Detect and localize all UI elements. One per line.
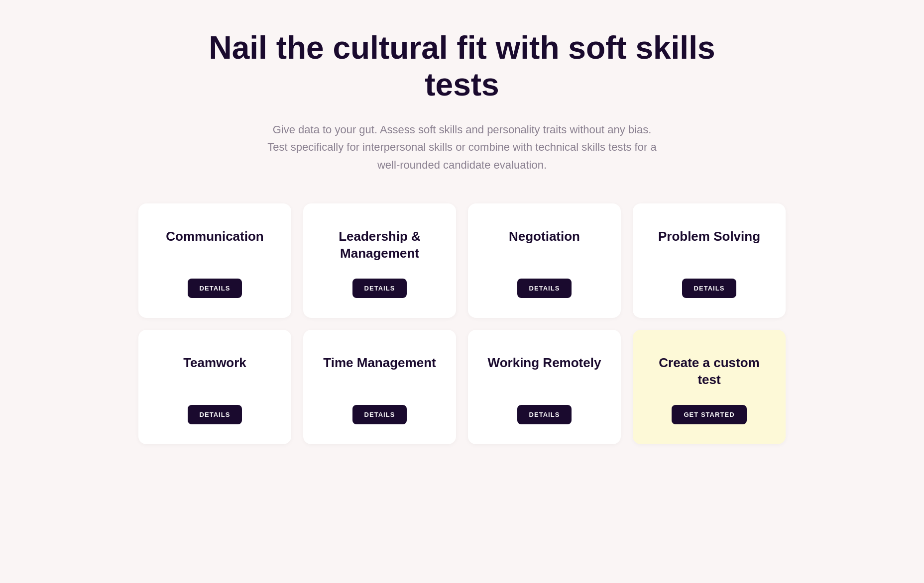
card-button-create-custom-test[interactable]: GET STARTED <box>672 405 746 424</box>
card-title-negotiation: Negotiation <box>509 228 580 245</box>
page-subtitle: Give data to your gut. Assess soft skill… <box>263 121 661 174</box>
card-problem-solving: Problem SolvingDETAILS <box>633 203 786 318</box>
card-button-teamwork[interactable]: DETAILS <box>188 405 242 424</box>
skills-grid: CommunicationDETAILSLeadership & Managem… <box>138 203 786 444</box>
card-button-working-remotely[interactable]: DETAILS <box>517 405 572 424</box>
card-title-problem-solving: Problem Solving <box>658 228 760 245</box>
card-title-time-management: Time Management <box>323 355 436 372</box>
card-title-create-custom-test: Create a custom test <box>648 355 771 389</box>
card-title-communication: Communication <box>166 228 263 245</box>
card-time-management: Time ManagementDETAILS <box>303 330 456 444</box>
card-leadership-management: Leadership & ManagementDETAILS <box>303 203 456 318</box>
card-communication: CommunicationDETAILS <box>138 203 291 318</box>
card-title-teamwork: Teamwork <box>183 355 246 372</box>
card-teamwork: TeamworkDETAILS <box>138 330 291 444</box>
page-title: Nail the cultural fit with soft skills t… <box>188 30 736 103</box>
card-title-leadership-management: Leadership & Management <box>318 228 441 262</box>
card-create-custom-test: Create a custom testGET STARTED <box>633 330 786 444</box>
card-negotiation: NegotiationDETAILS <box>468 203 621 318</box>
card-button-negotiation[interactable]: DETAILS <box>517 279 572 298</box>
card-button-leadership-management[interactable]: DETAILS <box>352 279 407 298</box>
card-button-communication[interactable]: DETAILS <box>188 279 242 298</box>
card-button-problem-solving[interactable]: DETAILS <box>682 279 737 298</box>
card-button-time-management[interactable]: DETAILS <box>352 405 407 424</box>
card-title-working-remotely: Working Remotely <box>488 355 601 372</box>
card-working-remotely: Working RemotelyDETAILS <box>468 330 621 444</box>
